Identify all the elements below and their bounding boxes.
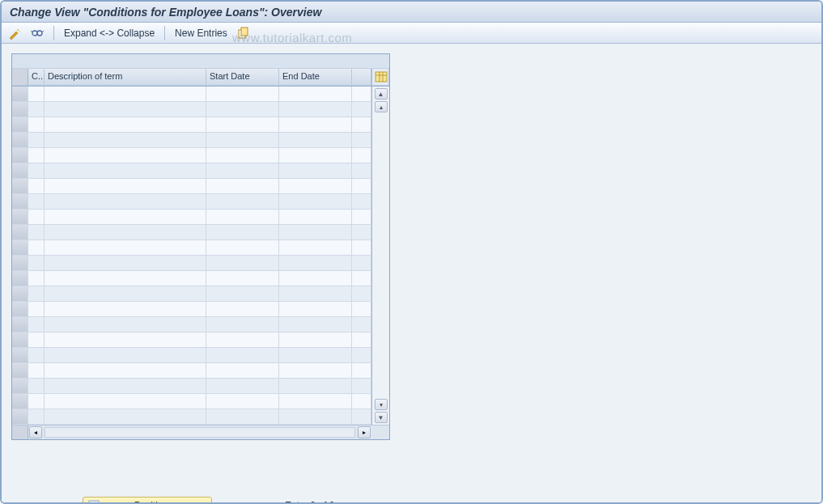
cell-end-date[interactable] [279,332,352,348]
cell-end-date[interactable] [279,271,352,286]
cell-code[interactable] [28,117,45,133]
table-row[interactable] [12,256,371,271]
row-selector[interactable] [12,225,28,240]
cell-end-date[interactable] [279,87,352,102]
vertical-scrollbar[interactable]: ▲ ▴ ▾ ▼ [371,87,389,425]
column-header-start-date[interactable]: Start Date [206,69,279,86]
cell-start-date[interactable] [206,210,279,225]
row-selector[interactable] [12,317,28,332]
row-selector[interactable] [12,363,28,379]
edit-wand-icon[interactable] [8,27,21,40]
scroll-up-icon[interactable]: ▲ [375,88,388,100]
table-settings-icon[interactable] [373,70,389,84]
cell-description[interactable] [45,348,206,363]
cell-code[interactable] [28,87,45,102]
row-selector[interactable] [12,394,28,409]
cell-code[interactable] [28,133,45,148]
cell-description[interactable] [45,133,206,148]
table-row[interactable] [12,133,371,148]
cell-end-date[interactable] [279,286,352,302]
cell-description[interactable] [45,102,206,117]
table-row[interactable] [12,102,371,117]
table-row[interactable] [12,317,371,332]
row-selector[interactable] [12,332,28,348]
column-header-description[interactable]: Description of term [45,69,206,86]
cell-end-date[interactable] [279,240,352,256]
cell-start-date[interactable] [206,286,279,302]
row-selector[interactable] [12,286,28,302]
cell-start-date[interactable] [206,240,279,256]
cell-description[interactable] [45,271,206,286]
table-row[interactable] [12,286,371,302]
cell-description[interactable] [45,87,206,102]
cell-start-date[interactable] [206,102,279,117]
scroll-left-icon[interactable]: ◂ [29,426,42,438]
cell-start-date[interactable] [206,133,279,148]
cell-description[interactable] [45,409,206,425]
position-button[interactable]: Position... [83,497,212,504]
table-row[interactable] [12,379,371,394]
table-row[interactable] [12,363,371,379]
cell-end-date[interactable] [279,348,352,363]
cell-end-date[interactable] [279,163,352,179]
hscroll-track[interactable] [45,427,355,438]
cell-end-date[interactable] [279,133,352,148]
cell-description[interactable] [45,317,206,332]
cell-start-date[interactable] [206,225,279,240]
cell-end-date[interactable] [279,225,352,240]
cell-description[interactable] [45,332,206,348]
row-selector[interactable] [12,117,28,133]
display-icon[interactable] [31,27,44,40]
cell-description[interactable] [45,240,206,256]
row-selector[interactable] [12,302,28,317]
cell-end-date[interactable] [279,409,352,425]
cell-code[interactable] [28,409,45,425]
cell-description[interactable] [45,163,206,179]
cell-description[interactable] [45,256,206,271]
cell-description[interactable] [45,148,206,163]
cell-description[interactable] [45,302,206,317]
copy-as-icon[interactable] [237,27,250,40]
table-row[interactable] [12,117,371,133]
horizontal-scrollbar[interactable]: ◂ ▸ [12,425,389,439]
cell-code[interactable] [28,363,45,379]
cell-code[interactable] [28,379,45,394]
cell-end-date[interactable] [279,302,352,317]
column-header-end-date[interactable]: End Date [279,69,352,86]
cell-start-date[interactable] [206,379,279,394]
row-selector[interactable] [12,194,28,210]
cell-description[interactable] [45,286,206,302]
table-row[interactable] [12,302,371,317]
cell-code[interactable] [28,317,45,332]
table-row[interactable] [12,194,371,210]
cell-code[interactable] [28,256,45,271]
cell-code[interactable] [28,302,45,317]
row-selector[interactable] [12,102,28,117]
cell-start-date[interactable] [206,363,279,379]
cell-end-date[interactable] [279,194,352,210]
scroll-up-step-icon[interactable]: ▴ [375,101,388,112]
cell-description[interactable] [45,379,206,394]
expand-collapse-button[interactable]: Expand <-> Collapse [64,28,155,39]
cell-end-date[interactable] [279,394,352,409]
cell-description[interactable] [45,363,206,379]
cell-end-date[interactable] [279,256,352,271]
table-row[interactable] [12,148,371,163]
cell-end-date[interactable] [279,179,352,194]
row-selector[interactable] [12,179,28,194]
scroll-down-icon[interactable]: ▼ [375,412,388,423]
table-row[interactable] [12,87,371,102]
cell-code[interactable] [28,271,45,286]
table-row[interactable] [12,163,371,179]
cell-description[interactable] [45,225,206,240]
row-selector[interactable] [12,87,28,102]
row-selector[interactable] [12,210,28,225]
scroll-right-icon[interactable]: ▸ [358,426,371,438]
cell-description[interactable] [45,179,206,194]
cell-end-date[interactable] [279,317,352,332]
table-row[interactable] [12,409,371,425]
cell-start-date[interactable] [206,117,279,133]
cell-start-date[interactable] [206,163,279,179]
row-selector[interactable] [12,133,28,148]
row-selector[interactable] [12,240,28,256]
